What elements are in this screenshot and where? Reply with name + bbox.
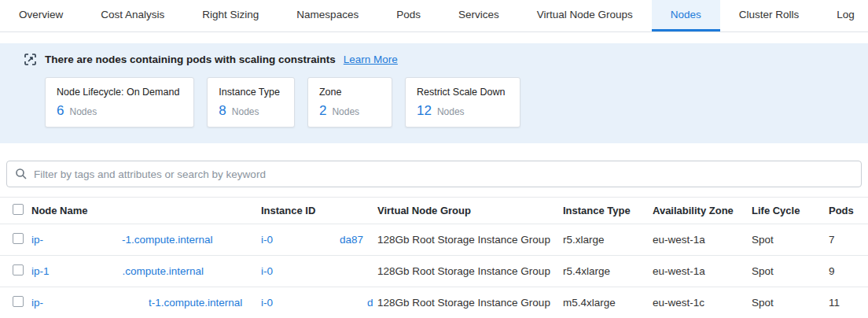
- tab-bar: Overview Cost Analysis Right Sizing Name…: [0, 0, 868, 32]
- card-unit: Nodes: [69, 106, 97, 117]
- virtual-node-group-cell: 128Gb Root Storage Instance Group: [377, 234, 563, 246]
- life-cycle-cell: Spot: [752, 297, 829, 309]
- availability-zone-cell: eu-west-1c: [653, 297, 752, 309]
- constraint-card-restrict-scale-down[interactable]: Restrict Scale Down 12 Nodes: [405, 77, 520, 128]
- filter-search-box[interactable]: [6, 161, 862, 187]
- node-name-link[interactable]: ip--1.compute.internal: [31, 234, 261, 246]
- node-name-link[interactable]: ip-t-1.compute.internal: [31, 297, 261, 309]
- card-title: Instance Type: [219, 87, 280, 98]
- instance-type-cell: m5.4xlarge: [563, 297, 653, 309]
- card-count: 12: [417, 103, 432, 119]
- card-unit: Nodes: [232, 106, 259, 117]
- column-header-instance-type[interactable]: Instance Type: [563, 205, 653, 216]
- tab-pods[interactable]: Pods: [377, 0, 440, 31]
- table-row: ip-1.compute.internal i-0 128Gb Root Sto…: [0, 256, 868, 287]
- column-header-availability-zone[interactable]: Availability Zone: [653, 205, 752, 216]
- constraint-card-node-lifecycle[interactable]: Node Lifecycle: On Demand 6 Nodes: [45, 77, 194, 128]
- card-unit: Nodes: [332, 106, 359, 117]
- card-title: Restrict Scale Down: [417, 87, 506, 98]
- table-header-row: Node Name Instance ID Virtual Node Group…: [0, 197, 868, 224]
- column-header-instance-id[interactable]: Instance ID: [261, 205, 377, 216]
- card-count: 8: [219, 103, 226, 119]
- tab-cost-analysis[interactable]: Cost Analysis: [82, 0, 183, 31]
- nodes-table: Node Name Instance ID Virtual Node Group…: [0, 197, 868, 318]
- node-name-suffix: .compute.internal: [123, 265, 204, 277]
- availability-zone-cell: eu-west-1a: [653, 234, 752, 246]
- table-row: ip-t-1.compute.internal i-0d 128Gb Root …: [0, 287, 868, 318]
- constraint-cards: Node Lifecycle: On Demand 6 Nodes Instan…: [45, 77, 868, 128]
- tab-namespaces[interactable]: Namespaces: [278, 0, 377, 31]
- column-header-virtual-node-group[interactable]: Virtual Node Group: [377, 205, 563, 216]
- column-header-life-cycle[interactable]: Life Cycle: [752, 205, 829, 216]
- search-input[interactable]: [34, 168, 853, 180]
- tab-virtual-node-groups[interactable]: Virtual Node Groups: [518, 0, 652, 31]
- instance-id-suffix: da87: [340, 234, 363, 246]
- card-title: Zone: [319, 87, 377, 98]
- tab-services[interactable]: Services: [440, 0, 518, 31]
- instance-id-prefix: i-0: [261, 265, 273, 277]
- search-icon: [15, 168, 28, 180]
- scaling-constraints-banner: There are nodes containing pods with sca…: [0, 43, 868, 143]
- card-title: Node Lifecycle: On Demand: [57, 87, 179, 98]
- select-all-checkbox[interactable]: [13, 204, 24, 215]
- life-cycle-cell: Spot: [752, 265, 829, 277]
- node-name-link[interactable]: ip-1.compute.internal: [31, 265, 261, 277]
- card-count: 6: [57, 103, 64, 119]
- node-name-prefix: ip-1: [31, 265, 50, 277]
- tab-nodes[interactable]: Nodes: [652, 0, 720, 31]
- availability-zone-cell: eu-west-1a: [653, 265, 752, 277]
- column-header-node-name[interactable]: Node Name: [31, 205, 261, 216]
- card-unit: Nodes: [437, 106, 465, 117]
- virtual-node-group-cell: 128Gb Root Storage Instance Group: [377, 297, 563, 309]
- pods-cell: 7: [829, 234, 868, 246]
- instance-id-link[interactable]: i-0da87: [261, 234, 377, 246]
- tab-overview[interactable]: Overview: [0, 0, 82, 31]
- tab-cluster-rolls[interactable]: Cluster Rolls: [720, 0, 818, 31]
- node-name-suffix: -1.compute.internal: [122, 234, 213, 246]
- node-name-suffix: t-1.compute.internal: [149, 297, 242, 309]
- scaling-constraint-icon: [24, 53, 37, 66]
- constraint-card-instance-type[interactable]: Instance Type 8 Nodes: [207, 77, 295, 128]
- card-count: 2: [319, 103, 326, 119]
- instance-type-cell: r5.4xlarge: [563, 265, 653, 277]
- instance-id-link[interactable]: i-0d: [261, 297, 377, 309]
- banner-message: There are nodes containing pods with sca…: [45, 54, 336, 65]
- pods-cell: 11: [829, 297, 868, 309]
- tab-log[interactable]: Log: [818, 0, 868, 31]
- node-name-prefix: ip-: [31, 297, 43, 309]
- instance-id-prefix: i-0: [261, 297, 273, 309]
- row-checkbox[interactable]: [13, 296, 24, 307]
- column-header-pods[interactable]: Pods: [829, 205, 868, 216]
- instance-type-cell: r5.xlarge: [563, 234, 653, 246]
- virtual-node-group-cell: 128Gb Root Storage Instance Group: [377, 265, 563, 277]
- node-name-prefix: ip-: [31, 234, 43, 246]
- table-row: ip--1.compute.internal i-0da87 128Gb Roo…: [0, 224, 868, 256]
- life-cycle-cell: Spot: [752, 234, 829, 246]
- constraint-card-zone[interactable]: Zone 2 Nodes: [307, 77, 392, 128]
- row-checkbox[interactable]: [13, 233, 24, 244]
- instance-id-suffix: d: [367, 297, 373, 309]
- learn-more-link[interactable]: Learn More: [344, 54, 398, 65]
- pods-cell: 9: [829, 265, 868, 277]
- instance-id-prefix: i-0: [261, 234, 273, 246]
- row-checkbox[interactable]: [13, 264, 24, 275]
- tab-right-sizing[interactable]: Right Sizing: [183, 0, 278, 31]
- instance-id-link[interactable]: i-0: [261, 265, 377, 277]
